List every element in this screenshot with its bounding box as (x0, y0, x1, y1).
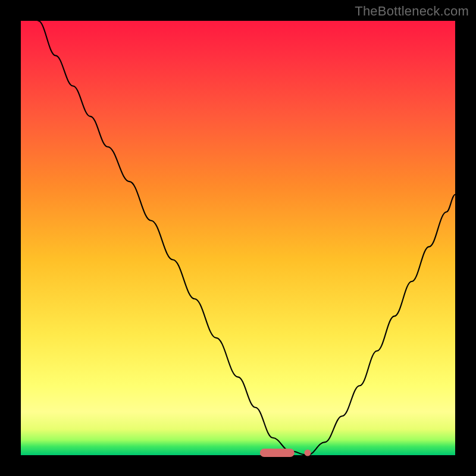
watermark-text: TheBottleneck.com (355, 4, 469, 19)
optimal-point-dot (304, 449, 311, 456)
chart-frame: TheBottleneck.com (0, 0, 476, 476)
plot-area (21, 21, 455, 455)
bottleneck-curve (38, 21, 455, 455)
optimal-range-marker (259, 449, 294, 457)
curve-layer (21, 21, 455, 455)
